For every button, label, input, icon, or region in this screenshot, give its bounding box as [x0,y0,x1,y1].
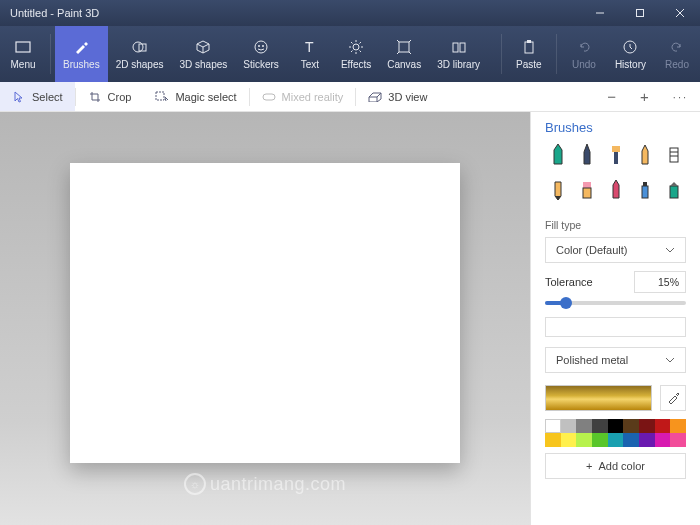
tab-effects[interactable]: Effects [333,26,379,82]
color-swatch[interactable] [608,433,624,447]
svg-rect-36 [643,182,647,186]
zoom-in-button[interactable]: + [628,82,661,111]
color-swatch[interactable] [670,433,686,447]
chevron-down-icon [665,247,675,253]
brush-pencil[interactable] [545,175,570,203]
watermark: ☼ uantrimang.com [184,473,346,495]
tab-3d-library[interactable]: 3D library [429,26,488,82]
svg-rect-29 [614,152,618,164]
tab-canvas[interactable]: Canvas [379,26,429,82]
side-panel: Brushes Fill type Color (Default) Tolera… [530,112,700,525]
text-icon: T [301,38,319,56]
svg-rect-33 [583,182,591,188]
redo-button[interactable]: Redo [654,26,700,82]
svg-point-11 [353,44,359,50]
zoom-out-button[interactable]: − [595,82,628,111]
3d-view-icon [368,90,382,104]
color-swatch[interactable] [623,419,639,433]
current-color-swatch[interactable] [545,385,652,411]
menu-button[interactable]: Menu [0,26,46,82]
color-swatch[interactable] [561,419,577,433]
svg-rect-4 [16,42,30,52]
title-bar: Untitled - Paint 3D [0,0,700,26]
tab-brushes[interactable]: Brushes [55,26,108,82]
svg-rect-28 [612,146,620,152]
window-title: Untitled - Paint 3D [10,7,99,19]
svg-rect-30 [670,148,678,162]
brush-eraser[interactable] [574,175,599,203]
fill-type-dropdown[interactable]: Color (Default) [545,237,686,263]
tab-stickers[interactable]: Stickers [235,26,287,82]
color-swatch[interactable] [639,433,655,447]
brush-marker[interactable] [545,141,570,169]
menu-label: Menu [10,59,35,70]
tab-3d-shapes[interactable]: 3D shapes [172,26,236,82]
svg-rect-22 [460,43,465,52]
thickness-input[interactable] [545,317,686,337]
color-swatch[interactable] [592,419,608,433]
tab-2d-shapes[interactable]: 2D shapes [108,26,172,82]
3d-library-icon [450,38,468,56]
color-swatch[interactable] [655,419,671,433]
close-button[interactable] [660,0,700,26]
canvas-area[interactable]: ☼ uantrimang.com [0,112,530,525]
material-dropdown[interactable]: Polished metal [545,347,686,373]
history-button[interactable]: History [607,26,654,82]
svg-text:T: T [305,39,314,55]
paste-button[interactable]: Paste [506,26,552,82]
maximize-button[interactable] [620,0,660,26]
color-swatch[interactable] [545,419,561,433]
eyedropper-button[interactable] [660,385,686,411]
color-swatch[interactable] [576,419,592,433]
color-palette [545,419,686,447]
lightbulb-icon: ☼ [184,473,206,495]
svg-line-18 [351,51,353,53]
brush-watercolor[interactable] [632,141,657,169]
select-tool[interactable]: Select [0,82,75,111]
mixed-reality-tool: Mixed reality [250,82,356,111]
magic-select-tool[interactable]: Magic select [143,82,248,111]
canvas[interactable] [70,163,460,463]
3d-shapes-icon [194,38,212,56]
brush-spray[interactable] [632,175,657,203]
color-swatch[interactable] [670,419,686,433]
stickers-icon [252,38,270,56]
svg-rect-21 [453,43,458,52]
tolerance-label: Tolerance [545,276,593,288]
brush-oil[interactable] [603,141,628,169]
undo-button[interactable]: Undo [561,26,607,82]
crop-icon [88,90,102,104]
color-swatch[interactable] [623,433,639,447]
brush-crayon[interactable] [603,175,628,203]
crop-tool[interactable]: Crop [76,82,144,111]
svg-rect-1 [637,10,644,17]
brush-fill[interactable] [661,175,686,203]
magic-select-icon [155,90,169,104]
color-swatch[interactable] [639,419,655,433]
brush-calligraphy[interactable] [574,141,599,169]
svg-point-8 [258,45,260,47]
color-swatch[interactable] [608,419,624,433]
tab-text[interactable]: T Text [287,26,333,82]
mixed-reality-icon [262,90,276,104]
tolerance-value[interactable]: 15% [634,271,686,293]
add-color-button[interactable]: + Add color [545,453,686,479]
svg-rect-37 [670,186,678,198]
color-swatch[interactable] [561,433,577,447]
brush-grid [531,141,700,213]
eyedropper-icon [666,391,680,405]
menu-icon [14,38,32,56]
color-swatch[interactable] [545,433,561,447]
tolerance-slider[interactable] [545,301,686,305]
fill-type-label: Fill type [531,213,700,235]
svg-rect-26 [156,92,164,100]
color-swatch[interactable] [655,433,671,447]
more-button[interactable]: ··· [661,82,700,111]
color-swatch[interactable] [576,433,592,447]
color-swatch[interactable] [592,433,608,447]
svg-rect-24 [527,40,531,43]
svg-rect-23 [525,42,533,53]
3d-view-tool[interactable]: 3D view [356,82,439,111]
minimize-button[interactable] [580,0,620,26]
brush-pixel[interactable] [661,141,686,169]
